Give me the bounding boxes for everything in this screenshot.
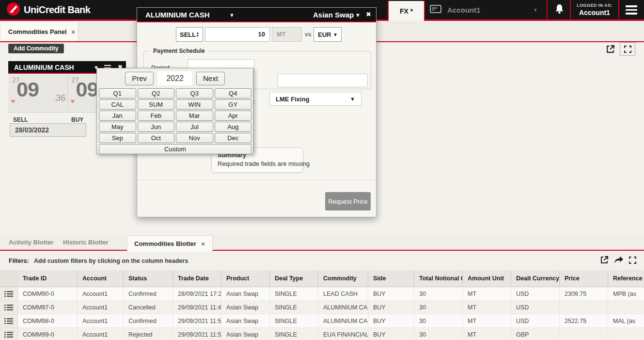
side-toggle[interactable]: SELL ▲▼ <box>176 27 203 42</box>
tab-label: Commodities Blotter <box>134 240 196 247</box>
column-header-trade-id[interactable]: Trade ID <box>18 270 78 287</box>
cell-price <box>560 301 608 314</box>
period-button-feb[interactable]: Feb <box>138 111 175 121</box>
sell-price-tile[interactable]: 27 09 .36 <box>8 74 67 112</box>
widget-title: ALUMINIUM CASH <box>14 64 74 71</box>
period-button-jul[interactable]: Jul <box>176 122 213 132</box>
divider <box>137 179 376 180</box>
divider <box>570 0 571 21</box>
tab-close-icon[interactable]: × <box>201 240 205 248</box>
price-decimals: .36 <box>53 93 65 103</box>
year-input[interactable]: 2022 <box>157 71 192 85</box>
period-button-sum[interactable]: SUM <box>138 99 175 110</box>
dialog-close-icon[interactable]: ✖ <box>366 11 371 18</box>
end-date-input[interactable] <box>277 74 368 87</box>
period-button-oct[interactable]: Oct <box>138 133 175 143</box>
column-header-dealt-currency[interactable]: Dealt Currency <box>511 270 560 287</box>
table-row[interactable]: COMM90-0Account1Confirmed28/09/2021 17:2… <box>0 287 644 301</box>
column-header-total-notional-qu[interactable]: Total Notional Qu <box>414 270 463 287</box>
cell-deal-type: SINGLE <box>270 314 318 328</box>
currency-select[interactable]: EUR ▼ <box>314 27 342 42</box>
period-button-q1[interactable]: Q1 <box>99 88 136 98</box>
period-button-q4[interactable]: Q4 <box>215 88 252 98</box>
row-menu-icon[interactable] <box>0 287 18 301</box>
prev-year-button[interactable]: Prev <box>125 72 154 85</box>
period-button-sep[interactable]: Sep <box>99 133 136 143</box>
period-button-q2[interactable]: Q2 <box>138 88 175 98</box>
widget-date-input[interactable]: 28/03/2022 <box>10 123 86 137</box>
product-selector[interactable]: Asian Swap <box>313 11 354 19</box>
period-button-mar[interactable]: Mar <box>176 111 213 121</box>
column-header-trade-date[interactable]: Trade Date <box>173 270 221 287</box>
cell-total-notional-qu: 30 <box>414 287 463 301</box>
share-icon[interactable] <box>614 256 624 264</box>
custom-period-button[interactable]: Custom <box>99 144 251 154</box>
period-button-nov[interactable]: Nov <box>176 133 213 143</box>
popout-icon[interactable] <box>600 256 609 264</box>
buy-label: BUY <box>71 116 83 123</box>
add-commodity-button[interactable]: Add Commodity <box>8 44 64 53</box>
column-header-product[interactable]: Product <box>221 270 270 287</box>
period-button-aug[interactable]: Aug <box>215 122 252 132</box>
notifications-button[interactable] <box>551 0 567 19</box>
account-selector[interactable]: Account1 ▼ <box>430 0 480 19</box>
divider <box>618 0 619 21</box>
divider <box>547 0 548 21</box>
table-row[interactable]: COMM99-0Account1Rejected29/09/2021 11:59… <box>0 328 644 340</box>
period-button-jun[interactable]: Jun <box>138 122 175 132</box>
cell-dealt-currency: GBP <box>511 328 560 340</box>
row-menu-icon[interactable] <box>0 301 18 314</box>
cell-trade-id: COMM98-0 <box>18 314 78 328</box>
tab-commodities-panel[interactable]: Commodities Panel × <box>1 22 79 41</box>
table-row[interactable]: COMM97-0Account1Cancelled29/09/2021 11:4… <box>0 301 644 314</box>
column-header-price[interactable]: Price <box>560 270 608 287</box>
period-button-may[interactable]: May <box>99 122 136 132</box>
cell-dealt-currency: USD <box>511 287 560 301</box>
maximize-button[interactable] <box>620 42 635 56</box>
period-button-cal[interactable]: CAL <box>99 99 136 110</box>
panel-toolbar-icons <box>606 42 635 56</box>
cell-side: BUY <box>368 287 414 301</box>
table-row[interactable]: COMM98-0Account1Confirmed29/09/2021 11:5… <box>0 314 644 328</box>
next-year-button[interactable]: Next <box>196 72 225 85</box>
forex-fixing-select[interactable]: LME Fixing ▼ <box>269 92 361 106</box>
chevron-down-icon[interactable]: ▼ <box>229 12 235 18</box>
sell-label: SELL <box>13 116 28 123</box>
cell-amount-unit: MT <box>463 314 511 328</box>
cell-side: BUY <box>368 314 414 328</box>
side-value: SELL <box>180 31 196 38</box>
row-menu-icon[interactable] <box>0 314 18 328</box>
column-header-side[interactable]: Side <box>368 270 414 287</box>
cell-trade-date: 29/09/2021 11:45: <box>173 301 221 314</box>
expand-icon[interactable] <box>629 257 636 264</box>
menu-button[interactable] <box>626 5 637 16</box>
column-header-amount-unit[interactable]: Amount Unit <box>463 270 511 287</box>
tab-commodities-blotter[interactable]: Commodities Blotter× <box>127 235 213 252</box>
column-header-deal-type[interactable]: Deal Type <box>270 270 318 287</box>
request-price-button[interactable]: Request Price <box>325 192 371 210</box>
blotter-toolbar-icons <box>600 256 636 264</box>
cell-side: BUY <box>368 301 414 314</box>
period-button-win[interactable]: WIN <box>176 99 213 110</box>
tab-close-icon[interactable]: × <box>71 28 76 36</box>
row-menu-icon[interactable] <box>0 328 18 340</box>
cell-product: Asian Swap <box>221 314 270 328</box>
tab-activity-blotter[interactable]: Activity Blotter <box>9 239 53 246</box>
cell-account: Account1 <box>78 328 124 340</box>
column-header-commodity[interactable]: Commodity <box>318 270 368 287</box>
amount-input[interactable]: 10 <box>205 27 270 42</box>
tab-historic-blotter[interactable]: Historic Blotter <box>63 239 109 246</box>
popout-icon[interactable] <box>606 45 615 54</box>
column-header-status[interactable]: Status <box>124 270 173 287</box>
tab-fx[interactable]: FX * <box>388 1 425 21</box>
period-button-apr[interactable]: Apr <box>215 111 252 121</box>
account-selector-label: Account1 <box>447 6 480 14</box>
chevron-down-icon[interactable]: ▼ <box>355 12 361 18</box>
period-button-dec[interactable]: Dec <box>215 133 252 143</box>
column-header-reference[interactable]: Reference <box>608 270 644 287</box>
period-button-jan[interactable]: Jan <box>99 111 136 121</box>
period-button-q3[interactable]: Q3 <box>176 88 213 98</box>
column-header-account[interactable]: Account <box>78 270 124 287</box>
period-button-gy[interactable]: GY <box>215 99 252 110</box>
cell-account: Account1 <box>78 287 124 301</box>
